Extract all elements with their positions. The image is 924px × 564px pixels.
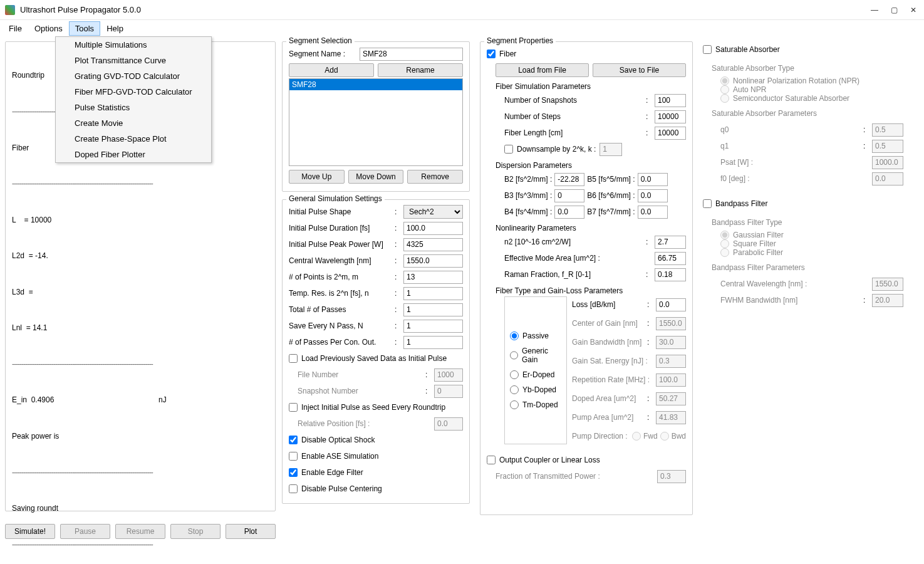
disable-center-checkbox[interactable] [289,484,298,493]
tempres-input[interactable] [403,287,463,300]
points-input[interactable] [403,271,463,284]
b4-input[interactable] [554,206,584,219]
q0-input [872,123,903,137]
passes-input[interactable] [403,303,463,316]
sa-opt2-radio [720,94,729,103]
add-button[interactable]: Add [289,63,374,77]
save-file-button[interactable]: Save to File [593,63,686,77]
dd-fiber-mfd-calc[interactable]: Fiber MFD-GVD-TOD Calculator [56,84,211,100]
sa-checkbox[interactable] [703,45,712,54]
sa-opt1-radio [720,85,729,94]
pulse-shape-select[interactable]: Sech^2 [403,205,463,219]
load-file-button[interactable]: Load from File [496,63,589,77]
dd-doped-fiber-plotter[interactable]: Doped Fiber Plotter [56,147,211,162]
rr-input [656,373,686,387]
window-title: Ultrashort Pulse Propagator 5.0.0 [20,5,141,14]
segment-name-input[interactable] [360,48,463,61]
menu-help[interactable]: Help [100,21,130,36]
menu-file[interactable]: File [3,21,28,36]
steps-input[interactable] [655,110,686,123]
dd-plot-transmittance[interactable]: Plot Transmittance Curve [56,53,211,68]
fiber-checkbox[interactable] [487,50,496,58]
segment-selection: Segment Selection Segment Name : Add Ren… [282,41,470,192]
snapnum-input [434,385,463,398]
dd-pulse-stats[interactable]: Pulse Statistics [56,100,211,115]
list-item[interactable]: SMF28 [289,79,462,90]
n2-input[interactable] [655,236,686,249]
disable-shock-checkbox[interactable] [289,436,298,444]
oc-checkbox[interactable] [487,456,496,464]
dd-grating-calc[interactable]: Grating GVD-TOD Calculator [56,68,211,84]
loss-input[interactable] [656,298,686,311]
saven-input[interactable] [403,320,463,333]
pa-input [656,411,686,424]
loadprev-checkbox[interactable] [289,354,298,363]
q1-input [872,140,903,153]
passescon-input[interactable] [403,336,463,349]
general-settings: General Simulation Settings Initial Puls… [282,199,470,504]
bp-opt0-radio [720,231,729,239]
ema-input[interactable] [655,252,686,265]
dd-phase-space[interactable]: Create Phase-Space Plot [56,131,211,147]
menu-options[interactable]: Options [28,21,69,36]
downsample-input [600,143,622,156]
relpos-input [434,417,463,431]
app-icon [5,5,15,15]
dd-create-movie[interactable]: Create Movie [56,115,211,131]
movedown-button[interactable]: Move Down [348,170,404,184]
f0-input [872,172,903,185]
maximize-icon[interactable]: ▢ [891,6,898,14]
sa-opt0-radio [720,76,729,85]
minimize-icon[interactable]: — [871,6,878,14]
window-titlebar: Ultrashort Pulse Propagator 5.0.0 — ▢ ✕ [0,0,924,20]
b6-input[interactable] [638,189,668,202]
menubar: File Options Tools Help [0,20,924,36]
bp-cw-input [872,278,903,291]
wavelength-input[interactable] [403,254,463,268]
bp-fwhm-input [872,294,903,307]
moveup-button[interactable]: Move Up [289,170,345,184]
raman-input[interactable] [655,268,686,281]
ft-tm-radio[interactable] [510,400,519,409]
cog-input [656,317,686,330]
ft-generic-radio[interactable] [510,351,518,360]
segment-properties: Segment Properties Fiber Load from File … [480,41,693,515]
ft-yb-radio[interactable] [510,385,519,394]
b5-input[interactable] [638,173,668,186]
ft-er-radio[interactable] [510,370,519,379]
gbw-input [656,336,686,349]
bp-checkbox[interactable] [703,199,712,208]
b7-input[interactable] [638,206,668,219]
dd-multiple-sim[interactable]: Multiple Simulations [56,37,211,53]
bp-opt2-radio [720,248,729,257]
fwd-radio [632,432,641,441]
enable-edge-checkbox[interactable] [289,468,298,477]
remove-button[interactable]: Remove [407,170,463,184]
tools-dropdown: Multiple Simulations Plot Transmittance … [55,36,212,163]
close-icon[interactable]: ✕ [910,6,916,14]
duration-input[interactable] [403,222,463,235]
gse-input [656,355,686,368]
bp-opt1-radio [720,239,729,248]
rename-button[interactable]: Rename [378,63,463,77]
b2-input[interactable] [554,173,584,186]
filenum-input [434,368,463,382]
downsample-checkbox[interactable] [504,145,513,154]
flen-input[interactable] [655,127,686,140]
psat-input [872,156,903,169]
power-input[interactable] [403,238,463,251]
ft-passive-radio[interactable] [510,332,519,340]
enable-ase-checkbox[interactable] [289,452,298,461]
da-input [656,392,686,405]
b3-input[interactable] [554,189,584,202]
snaps-input[interactable] [655,94,686,107]
segment-listbox[interactable]: SMF28 [289,78,463,166]
menu-tools[interactable]: Tools [69,21,100,36]
ftp-input [657,470,686,483]
bwd-radio [660,432,669,441]
inject-checkbox[interactable] [289,403,298,412]
